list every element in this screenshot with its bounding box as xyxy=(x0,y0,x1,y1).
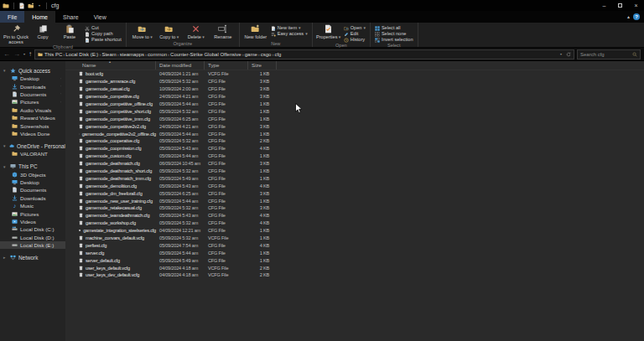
qat-dropdown-icon[interactable]: ▾ xyxy=(37,3,42,8)
search-box[interactable] xyxy=(577,49,641,59)
breadcrumb-item-cfg[interactable]: cfg xyxy=(274,52,281,57)
file-row[interactable]: gamemode_deathmatch_tmm.cfg05/09/2024 5:… xyxy=(65,174,644,182)
file-row[interactable]: user_keys_dev_default.vcfg04/09/2024 4:1… xyxy=(65,271,644,279)
address-field[interactable]: This PC›Local Disk (E:)›Steam›steamapps›… xyxy=(34,49,574,59)
delete-button[interactable]: Delete ▾ xyxy=(183,23,210,39)
file-row[interactable]: gamemode_coopmission.cfg05/09/2024 5:43 … xyxy=(65,145,644,152)
file-row[interactable]: server_default.cfg05/09/2024 5:49 amCFG … xyxy=(65,256,644,264)
sidebar-item-audio-visuals[interactable]: Audio Visuals xyxy=(0,106,65,114)
sidebar-section-header-onedrive-personal[interactable]: ▾OneDrive - Personal xyxy=(0,142,65,150)
sidebar-item-reward-videos[interactable]: Reward Videos xyxy=(0,114,65,121)
chevron-down-icon[interactable]: ▾ xyxy=(3,164,8,169)
sidebar-item-music[interactable]: ♪Music xyxy=(0,202,65,209)
sidebar-item-3d-objects[interactable]: 3D Objects xyxy=(0,171,65,178)
properties-icon[interactable] xyxy=(18,3,25,9)
column-header-type[interactable]: Type xyxy=(205,61,248,70)
new-folder-icon[interactable] xyxy=(28,3,34,9)
refresh-icon[interactable] xyxy=(566,52,571,57)
maximize-button[interactable] xyxy=(612,0,628,11)
column-header-name[interactable]: ▴Name xyxy=(65,61,156,70)
breadcrumb-item-game[interactable]: game xyxy=(245,52,257,57)
breadcrumb-item-local-disk-e[interactable]: Local Disk (E:) xyxy=(65,52,98,57)
sidebar-item-documents[interactable]: Documents xyxy=(0,90,65,98)
select-none-button[interactable]: Select none xyxy=(373,31,415,37)
file-row[interactable]: gamemode_custom.cfg05/09/2024 5:44 amCFG… xyxy=(65,152,644,160)
new-folder-button[interactable]: New folder xyxy=(242,23,269,39)
file-row[interactable]: boot.vcfg04/09/2024 1:21 amVCFG File1 KB xyxy=(65,70,644,78)
chevron-down-icon[interactable]: ▾ xyxy=(3,143,7,148)
breadcrumb-item-steam[interactable]: Steam xyxy=(101,52,116,57)
file-row[interactable]: gamestate_integration_steelseries.cfg04/… xyxy=(65,227,644,235)
sidebar-item-local-disk-e[interactable]: Local Disk (E:) xyxy=(0,241,65,249)
sidebar-item-screenshots[interactable]: Screenshots xyxy=(0,121,65,129)
invert-selection-button[interactable]: Invert selection xyxy=(373,37,415,43)
file-row[interactable]: gamemode_competitive_tmm.cfg05/09/2024 6… xyxy=(65,115,644,122)
sidebar-item-pictures[interactable]: Pictures xyxy=(0,209,65,217)
new-item-button[interactable]: New item▾ xyxy=(269,25,309,31)
tab-file[interactable]: File xyxy=(0,11,24,23)
collapse-ribbon-icon[interactable]: ▴ xyxy=(627,14,630,19)
file-row[interactable]: gamemode_competitive_short.cfg05/09/2024… xyxy=(65,107,644,115)
sidebar-item-desktop[interactable]: Desktop xyxy=(0,178,65,186)
dropdown-button[interactable]: ▾ xyxy=(23,52,25,56)
paste-button[interactable]: Paste xyxy=(56,23,83,39)
breadcrumb-item-this-pc[interactable]: This PC xyxy=(44,52,62,57)
cut-button[interactable]: Cut xyxy=(83,25,123,31)
file-row[interactable]: gamemode_competitive2v2.cfg24/09/2024 4:… xyxy=(65,122,644,130)
file-row[interactable]: gamemode_casual.cfg10/09/2024 2:00 amCFG… xyxy=(65,85,644,93)
tab-home[interactable]: Home xyxy=(24,11,55,23)
close-button[interactable]: × xyxy=(628,0,644,11)
edit-button[interactable]: Edit xyxy=(342,31,367,37)
copy-path-button[interactable]: Copy path xyxy=(83,31,123,37)
sidebar-item-videos-done[interactable]: Videos Done xyxy=(0,130,65,137)
sidebar-item-desktop[interactable]: Desktop xyxy=(0,75,65,82)
file-row[interactable]: user_keys_default.vcfg04/09/2024 4:18 am… xyxy=(65,264,644,271)
file-row[interactable]: gamemode_new_user_training.cfg05/09/2024… xyxy=(65,197,644,204)
file-row[interactable]: machine_convars_default.vcfg05/09/2024 5… xyxy=(65,235,644,242)
sidebar-section-header-quick-access[interactable]: ▾Quick access xyxy=(0,66,65,75)
file-row[interactable]: gamemode_retakecasual.cfg05/09/2024 5:32… xyxy=(65,204,644,212)
breadcrumb-item-csgo[interactable]: csgo xyxy=(261,52,272,57)
back-button[interactable]: ← xyxy=(3,51,10,58)
sidebar-item-downloads[interactable]: Downloads xyxy=(0,82,65,90)
forward-button[interactable]: → xyxy=(13,51,20,58)
copy-button[interactable]: Copy xyxy=(29,23,56,39)
file-row[interactable]: gamemode_cooperative.cfg05/09/2024 5:32 … xyxy=(65,137,644,145)
history-button[interactable]: History xyxy=(342,37,367,43)
file-row[interactable]: gamemode_competitive.cfg24/09/2024 4:21 … xyxy=(65,93,644,101)
file-row[interactable]: gamemode_dm_freeforall.cfg05/09/2024 6:2… xyxy=(65,189,644,197)
rename-button[interactable]: Rename xyxy=(210,23,236,39)
sidebar-item-videos[interactable]: Videos xyxy=(0,218,65,225)
file-row[interactable]: gamemode_deathmatch_short.cfg05/09/2024 … xyxy=(65,168,644,175)
file-row[interactable]: gamemode_workshop.cfg05/09/2024 5:32 amC… xyxy=(65,220,644,227)
column-header-size[interactable]: Size xyxy=(248,61,277,70)
copy-to-button[interactable]: Copy to ▾ xyxy=(156,23,183,39)
file-row[interactable]: server.cfg05/09/2024 5:44 amCFG File1 KB xyxy=(65,249,644,256)
tab-view[interactable]: View xyxy=(86,11,114,23)
sidebar-item-downloads[interactable]: Downloads xyxy=(0,194,65,202)
paste-shortcut-button[interactable]: Paste shortcut xyxy=(83,37,123,43)
chevron-down-icon[interactable]: ▾ xyxy=(3,68,8,73)
dropdown-icon[interactable]: ▾ xyxy=(558,52,564,57)
sidebar-item-local-disk-d[interactable]: Local Disk (D:) xyxy=(0,234,65,241)
help-icon[interactable]: ? xyxy=(633,13,640,20)
sidebar-section-header-network[interactable]: ▸Network xyxy=(0,253,65,261)
breadcrumb-item-steamapps[interactable]: steamapps xyxy=(120,52,144,57)
sidebar-section-header-this-pc[interactable]: ▾This PC xyxy=(0,163,65,171)
file-row[interactable]: gamemode_armsrace.cfg05/09/2024 5:32 amC… xyxy=(65,78,644,85)
file-row[interactable]: gamemode_competitive_offline.cfg05/09/20… xyxy=(65,101,644,108)
easy-access-button[interactable]: Easy access▾ xyxy=(269,31,309,37)
properties-button[interactable]: Properties ▾ xyxy=(315,23,342,39)
pin-to-quick-access-button[interactable]: Pin to Quick access xyxy=(3,23,29,44)
open-button[interactable]: Open▾ xyxy=(342,25,367,31)
sidebar-item-valorant[interactable]: VALORANT xyxy=(0,150,65,158)
search-input[interactable] xyxy=(580,52,632,57)
chevron-right-icon[interactable]: ▸ xyxy=(3,255,8,260)
sidebar-item-documents[interactable]: Documents xyxy=(0,186,65,194)
tab-share[interactable]: Share xyxy=(55,11,86,23)
file-row[interactable]: gamemode_demolition.cfg05/09/2024 5:43 a… xyxy=(65,182,644,189)
file-row[interactable]: perftest.cfg05/09/2024 7:54 amCFG File4 … xyxy=(65,241,644,249)
file-row[interactable]: gamemode_competitive2v2_offline.cfg05/09… xyxy=(65,130,644,137)
breadcrumb-item-counter-strike-global-offensive[interactable]: Counter-Strike Global Offensive xyxy=(170,52,242,57)
select-all-button[interactable]: Select all xyxy=(373,25,415,31)
